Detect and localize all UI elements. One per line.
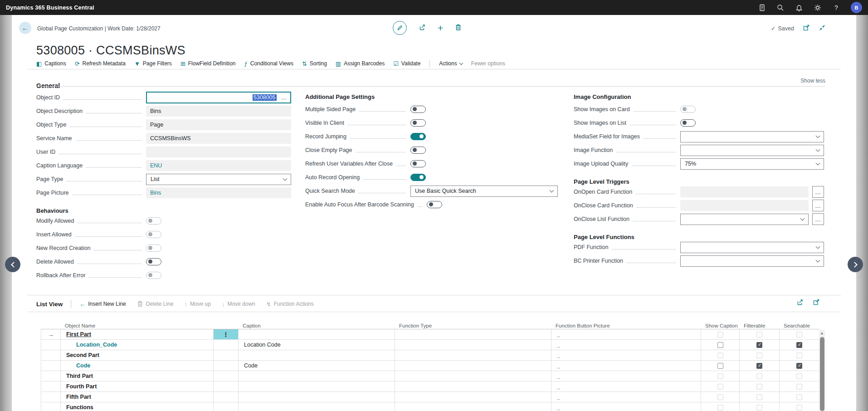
- searchable-checkbox[interactable]: [796, 363, 802, 369]
- caption-cell[interactable]: Location Code: [239, 340, 395, 350]
- function-button-picture-link[interactable]: _: [557, 404, 560, 411]
- function-type-cell[interactable]: [395, 329, 551, 339]
- toggle-show-images-on-list[interactable]: [680, 119, 696, 127]
- row-selector-cell[interactable]: [41, 402, 61, 411]
- breadcrumb[interactable]: Global Page Customization | Work Date: 1…: [37, 25, 161, 32]
- function-type-cell[interactable]: [395, 392, 551, 402]
- delete-button[interactable]: [455, 24, 462, 33]
- ellipsis-menu-icon[interactable]: ⋮: [223, 331, 229, 338]
- previous-record-button[interactable]: [5, 257, 20, 272]
- filterable-checkbox[interactable]: [756, 363, 762, 369]
- function-button-picture-cell[interactable]: _: [551, 350, 701, 360]
- fewer-options-button[interactable]: Fewer options: [471, 60, 505, 67]
- object-name-cell[interactable]: Fourth Part: [61, 382, 214, 391]
- function-button-picture-link[interactable]: _: [557, 362, 560, 369]
- caption-cell[interactable]: [239, 382, 395, 391]
- function-type-cell[interactable]: [395, 361, 551, 371]
- actionbar-captions[interactable]: ◧Captions: [36, 60, 66, 67]
- row-selector-cell[interactable]: [41, 392, 61, 402]
- table-row-first-part[interactable]: →First Part⋮_: [41, 329, 819, 340]
- function-button-picture-cell[interactable]: _: [551, 329, 701, 339]
- object-name-cell[interactable]: First Part: [61, 329, 214, 339]
- column-header-show-caption[interactable]: Show Caption: [701, 322, 739, 329]
- row-selector-cell[interactable]: [41, 350, 61, 360]
- object-name-cell[interactable]: Location_Code: [61, 340, 214, 350]
- object-name-cell[interactable]: Code: [61, 361, 214, 371]
- app-title[interactable]: Dynamics 365 Business Central: [6, 5, 94, 11]
- select-image-function[interactable]: [680, 145, 824, 156]
- open-in-new-window-button[interactable]: [803, 24, 810, 33]
- searchable-checkbox[interactable]: [796, 342, 802, 348]
- table-row-second-part[interactable]: Second Part_: [41, 350, 819, 361]
- table-row-code[interactable]: CodeCode_: [41, 361, 819, 371]
- function-button-picture-link[interactable]: _: [557, 342, 560, 348]
- toggle-visible-in-client[interactable]: [410, 119, 426, 127]
- row-menu-cell[interactable]: ⋮: [214, 329, 239, 339]
- select-pdf-function[interactable]: [680, 242, 824, 253]
- actionbar-assign-barcodes[interactable]: ▥Assign Barcodes: [336, 60, 385, 67]
- function-button-picture-link[interactable]: _: [557, 394, 560, 400]
- select-image-upload-quality[interactable]: 75%: [680, 158, 824, 170]
- column-header-caption[interactable]: Caption: [238, 322, 395, 329]
- readonly-field-page-picture[interactable]: Bins: [146, 187, 291, 198]
- toggle-modify-allowed[interactable]: [146, 217, 161, 225]
- assist-edit-button[interactable]: …: [812, 213, 824, 225]
- assist-edit-button[interactable]: …: [281, 94, 288, 101]
- function-button-picture-cell[interactable]: _: [551, 392, 701, 402]
- next-record-button[interactable]: [848, 257, 863, 272]
- select-bc-printer-function[interactable]: [680, 255, 824, 267]
- function-button-picture-cell[interactable]: _: [551, 382, 701, 391]
- collapse-button[interactable]: [819, 24, 826, 33]
- share-button[interactable]: [796, 298, 804, 308]
- column-header-function-type[interactable]: Function Type: [395, 322, 551, 329]
- toggle-enable-auto-focus-after-barcode-scanning[interactable]: [427, 201, 442, 208]
- toggle-close-empty-page[interactable]: [410, 147, 426, 154]
- vertical-scrollbar[interactable]: ▲: [819, 330, 825, 411]
- actionbar-validate[interactable]: ☑Validate: [393, 60, 420, 67]
- tell-me-icon[interactable]: [758, 4, 766, 12]
- show-caption-checkbox[interactable]: [717, 363, 723, 369]
- scrollbar-thumb[interactable]: [820, 337, 824, 411]
- function-button-picture-link[interactable]: _: [557, 352, 560, 358]
- show-less-link[interactable]: Show less: [780, 78, 825, 84]
- avatar[interactable]: B: [851, 2, 862, 13]
- actionbar-refresh-metadata[interactable]: ⟳Refresh Metadata: [75, 60, 126, 67]
- object-name-cell[interactable]: Second Part: [61, 350, 214, 360]
- table-row-third-part[interactable]: Third Part_: [41, 371, 819, 382]
- toggle-rollback-after-error[interactable]: [146, 272, 161, 279]
- function-button-picture-cell[interactable]: _: [551, 361, 701, 371]
- search-icon[interactable]: [776, 4, 785, 12]
- row-selector-cell[interactable]: [41, 382, 61, 391]
- row-selector-cell[interactable]: [41, 340, 61, 350]
- column-header-searchable[interactable]: Searchable: [779, 322, 819, 329]
- caption-cell[interactable]: [239, 329, 395, 339]
- table-row-functions[interactable]: Functions_: [41, 402, 819, 411]
- toggle-delete-allowed[interactable]: [146, 258, 161, 265]
- function-type-cell[interactable]: [395, 382, 551, 391]
- actionbar-sorting[interactable]: ⇅Sorting: [302, 60, 327, 67]
- function-type-cell[interactable]: [395, 350, 551, 360]
- row-selector-cell[interactable]: [41, 371, 61, 381]
- actionbar-conditional-views[interactable]: ƒConditional Views: [244, 60, 293, 67]
- object-name-cell[interactable]: Fifth Part: [61, 392, 214, 402]
- toggle-new-record-creation[interactable]: [146, 245, 161, 252]
- share-button[interactable]: [419, 24, 426, 33]
- object-name-link[interactable]: Location_Code: [66, 342, 117, 348]
- show-caption-checkbox[interactable]: [717, 342, 723, 348]
- function-button-picture-link[interactable]: _: [557, 331, 560, 338]
- toggle-record-jumping[interactable]: [410, 133, 426, 140]
- object-name-cell[interactable]: Functions: [61, 402, 214, 411]
- section-heading-general[interactable]: General: [36, 82, 60, 89]
- assist-edit-button[interactable]: …: [812, 200, 824, 211]
- row-selector-cell[interactable]: →: [41, 329, 61, 339]
- notifications-bell-icon[interactable]: [795, 4, 803, 12]
- function-button-picture-link[interactable]: _: [557, 383, 560, 390]
- function-type-cell[interactable]: [395, 340, 551, 350]
- table-row-fourth-part[interactable]: Fourth Part_: [41, 382, 819, 392]
- select-page-type[interactable]: List: [146, 174, 291, 185]
- function-type-cell[interactable]: [395, 402, 551, 411]
- new-button[interactable]: +: [438, 23, 443, 33]
- column-header-function-button-picture[interactable]: Function Button Picture: [551, 322, 701, 329]
- select-onclose-list-function[interactable]: [680, 214, 809, 225]
- focus-mode-button[interactable]: [813, 298, 820, 308]
